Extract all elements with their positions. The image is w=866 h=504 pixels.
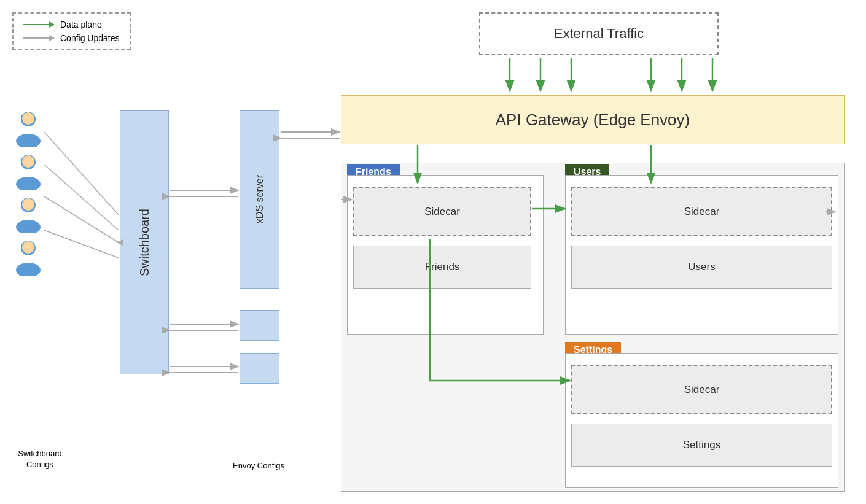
legend-box: Data plane Config Updates: [12, 12, 131, 50]
svg-point-11: [17, 220, 39, 232]
envoy-configs-label: Envoy Configs: [225, 461, 292, 470]
person-icon-3: [12, 196, 44, 233]
friends-inner-label: Friends: [425, 261, 460, 273]
config-updates-arrow-icon: [23, 37, 54, 39]
users-inner-label: Users: [688, 261, 715, 273]
envoy-config-box-2: [240, 353, 279, 384]
friends-sidecar-box: Sidecar: [353, 187, 531, 236]
envoy-configs-text: Envoy Configs: [233, 461, 284, 470]
api-gateway-label: API Gateway (Edge Envoy): [496, 110, 690, 130]
settings-inner-label: Settings: [683, 439, 720, 451]
api-gateway-box: API Gateway (Edge Envoy): [341, 95, 845, 144]
svg-point-14: [22, 241, 34, 254]
friends-sidecar-label: Sidecar: [424, 206, 460, 218]
svg-point-15: [17, 263, 39, 275]
users-column: [12, 110, 44, 276]
external-traffic-label: External Traffic: [554, 26, 644, 42]
svg-line-28: [44, 165, 119, 230]
switchboard-box: Switchboard: [120, 110, 169, 374]
svg-line-27: [44, 132, 119, 215]
settings-sidecar-label: Sidecar: [684, 384, 720, 396]
svg-point-2: [22, 112, 34, 125]
envoy-config-box-1: [240, 310, 279, 341]
legend-data-plane: Data plane: [23, 20, 120, 29]
legend-config-updates: Config Updates: [23, 33, 120, 43]
external-traffic-box: External Traffic: [479, 12, 719, 55]
xds-server-box: xDS server: [240, 110, 279, 289]
person-icon-2: [12, 153, 44, 190]
users-sidecar-label: Sidecar: [684, 206, 720, 218]
legend-config-updates-label: Config Updates: [60, 33, 120, 43]
users-inner-box: Users: [571, 246, 832, 289]
users-sidecar-box: Sidecar: [571, 187, 832, 236]
svg-line-29: [44, 196, 119, 242]
switchboard-configs-text: SwitchboardConfigs: [18, 449, 62, 469]
data-plane-arrow-icon: [23, 24, 54, 25]
friends-inner-box: Friends: [353, 246, 531, 289]
svg-point-6: [22, 155, 34, 168]
svg-line-30: [44, 230, 119, 258]
svg-point-7: [17, 177, 39, 189]
switchboard-configs-label: SwitchboardConfigs: [12, 448, 68, 470]
settings-inner-box: Settings: [571, 424, 832, 467]
legend-data-plane-label: Data plane: [60, 20, 102, 29]
switchboard-label: Switchboard: [138, 209, 152, 276]
diagram-container: Data plane Config Updates: [0, 0, 866, 504]
person-icon-1: [12, 110, 44, 147]
svg-point-10: [22, 198, 34, 211]
xds-server-label: xDS server: [254, 175, 265, 223]
settings-sidecar-box: Sidecar: [571, 365, 832, 414]
person-icon-4: [12, 239, 44, 276]
svg-point-3: [17, 134, 39, 146]
